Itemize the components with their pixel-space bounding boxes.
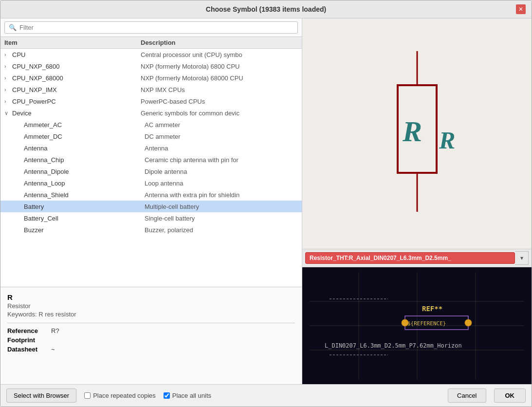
item-name-cpu: CPU — [12, 51, 141, 58]
pcb-preview: REF** ${REFERENCE} L_DIN0207_L6.3mm_D2.5… — [302, 267, 532, 384]
info-props: Reference R? Footprint Datasheet ~ — [7, 327, 295, 353]
item-name-antenna_chip: Antenna_Chip — [24, 156, 145, 164]
tree-item-cpu[interactable]: ›CPUCentral processor unit (CPU) symbo — [0, 49, 302, 60]
select-with-browser-button[interactable]: Select with Browser — [6, 388, 76, 403]
tree-item-cpu_nxp_68000[interactable]: ›CPU_NXP_68000NXP (formerly Motorola) 68… — [0, 72, 302, 84]
search-icon: 🔍 — [9, 24, 17, 31]
resistor-symbol: R R — [349, 46, 485, 222]
item-name-antenna_shield: Antenna_Shield — [24, 191, 145, 199]
item-name-cpu_nxp_68000: CPU_NXP_68000 — [12, 74, 141, 82]
footprint-input[interactable] — [305, 252, 515, 264]
item-desc-antenna_shield: Antenna with extra pin for shieldin — [145, 191, 298, 199]
symbol-keywords: Keywords: R res resistor — [7, 311, 295, 318]
tree-item-battery_cell[interactable]: Battery_CellSingle-cell battery — [0, 212, 302, 224]
expander-cpu_nxp_imx: › — [4, 87, 12, 92]
tree-item-battery[interactable]: BatteryMultiple-cell battery — [0, 201, 302, 212]
tree-item-cpu_powerpc[interactable]: ›CPU_PowerPCPowerPC-based CPUs — [0, 95, 302, 107]
item-desc-cpu_powerpc: PowerPC-based CPUs — [141, 98, 298, 105]
item-desc-cpu_nxp_68000: NXP (formerly Motorola) 68000 CPU — [141, 74, 298, 82]
item-name-cpu_nxp_imx: CPU_NXP_IMX — [12, 86, 141, 93]
tree-item-cpu_nxp_6800[interactable]: ›CPU_NXP_6800NXP (formerly Motorola) 680… — [0, 60, 302, 72]
repeated-copies-checkbox[interactable] — [84, 392, 91, 399]
item-desc-device: Generic symbols for common devic — [141, 110, 298, 117]
item-name-antenna_loop: Antenna_Loop — [24, 180, 145, 187]
footprint-label: Footprint — [7, 336, 51, 344]
item-desc-battery: Multiple-cell battery — [145, 203, 298, 210]
all-units-label: Place all units — [172, 392, 211, 399]
item-desc-cpu_nxp_6800: NXP (formerly Motorola) 6800 CPU — [141, 63, 298, 70]
prop-footprint: Footprint — [7, 336, 295, 344]
item-name-buzzer: Buzzer — [24, 226, 145, 234]
item-desc-ammeter_ac: AC ammeter — [145, 121, 298, 129]
right-panel: R R ▾ — [302, 18, 532, 384]
col-item-header: Item — [4, 39, 141, 46]
expander-cpu_nxp_6800: › — [4, 63, 12, 69]
item-name-antenna: Antenna — [24, 145, 145, 152]
svg-text:L_DIN0207_L6.3mm_D2.5mm_P7.62m: L_DIN0207_L6.3mm_D2.5mm_P7.62mm_Horizon — [325, 342, 462, 349]
tree-item-buzzer[interactable]: BuzzerBuzzer, polarized — [0, 224, 302, 236]
tree-item-antenna[interactable]: AntennaAntenna — [0, 142, 302, 154]
item-desc-battery_cell: Single-cell battery — [145, 215, 298, 222]
ok-button[interactable]: OK — [494, 388, 526, 403]
datasheet-label: Datasheet — [7, 346, 51, 353]
repeated-copies-label: Place repeated copies — [93, 392, 156, 399]
tree-item-antenna_chip[interactable]: Antenna_ChipCeramic chip antenna with pi… — [0, 154, 302, 166]
svg-text:REF**: REF** — [422, 305, 442, 313]
prop-reference: Reference R? — [7, 327, 295, 334]
reference-value: R? — [51, 327, 59, 334]
col-desc-header: Description — [141, 39, 298, 46]
item-name-battery_cell: Battery_Cell — [24, 215, 145, 222]
item-desc-buzzer: Buzzer, polarized — [145, 226, 298, 234]
filter-input-wrap: 🔍 — [4, 21, 298, 34]
expander-cpu: › — [4, 52, 12, 57]
item-desc-ammeter_dc: DC ammeter — [145, 133, 298, 140]
item-name-ammeter_ac: Ammeter_AC — [24, 121, 145, 129]
item-desc-antenna_chip: Ceramic chip antenna with pin for — [145, 156, 298, 164]
tree-item-antenna_dipole[interactable]: Antenna_DipoleDipole antenna — [0, 166, 302, 177]
item-desc-antenna_loop: Loop antenna — [145, 180, 298, 187]
tree-item-cpu_nxp_imx[interactable]: ›CPU_NXP_IMXNXP IMX CPUs — [0, 84, 302, 95]
all-units-checkbox[interactable] — [164, 392, 170, 399]
info-divider — [7, 323, 295, 323]
item-name-cpu_nxp_6800: CPU_NXP_6800 — [12, 63, 141, 70]
dialog-title: Choose Symbol (19383 items loaded) — [16, 5, 516, 13]
cancel-button[interactable]: Cancel — [448, 388, 486, 403]
item-name-device: Device — [12, 110, 141, 117]
svg-point-15 — [402, 319, 408, 326]
all-units-wrap: Place all units — [164, 392, 211, 399]
symbol-description: Resistor — [7, 302, 295, 310]
svg-text:${REFERENCE}: ${REFERENCE} — [407, 320, 446, 327]
svg-text:R: R — [439, 127, 455, 154]
item-name-battery: Battery — [24, 203, 145, 210]
datasheet-value: ~ — [51, 346, 55, 353]
expander-cpu_nxp_68000: › — [4, 75, 12, 81]
reference-label: Reference — [7, 327, 51, 334]
close-button[interactable]: ✕ — [516, 4, 526, 14]
tree-item-ammeter_dc[interactable]: Ammeter_DCDC ammeter — [0, 130, 302, 142]
svg-text:R: R — [402, 115, 422, 148]
tree-list[interactable]: ›CPUCentral processor unit (CPU) symbo›C… — [0, 49, 302, 287]
tree-item-ammeter_ac[interactable]: Ammeter_ACAC ammeter — [0, 119, 302, 130]
footprint-bar: ▾ — [302, 249, 532, 267]
bottom-bar: Select with Browser Place repeated copie… — [0, 384, 532, 407]
item-desc-antenna: Antenna — [145, 145, 298, 152]
expander-device: ∨ — [4, 110, 12, 116]
title-bar: Choose Symbol (19383 items loaded) ✕ — [0, 0, 532, 18]
tree-item-antenna_loop[interactable]: Antenna_LoopLoop antenna — [0, 177, 302, 189]
item-name-antenna_dipole: Antenna_Dipole — [24, 168, 145, 175]
dialog-window: Choose Symbol (19383 items loaded) ✕ 🔍 I… — [0, 0, 532, 407]
tree-item-antenna_shield[interactable]: Antenna_ShieldAntenna with extra pin for… — [0, 189, 302, 201]
filter-input[interactable] — [19, 24, 294, 31]
item-desc-antenna_dipole: Dipole antenna — [145, 168, 298, 175]
info-panel: R Resistor Keywords: R res resistor Refe… — [0, 287, 302, 384]
left-panel: 🔍 Item Description ›CPUCentral processor… — [0, 18, 302, 384]
symbol-preview: R R — [302, 18, 532, 249]
prop-datasheet: Datasheet ~ — [7, 346, 295, 353]
svg-point-16 — [465, 319, 472, 326]
item-name-cpu_powerpc: CPU_PowerPC — [12, 98, 141, 105]
item-desc-cpu_nxp_imx: NXP IMX CPUs — [141, 86, 298, 93]
repeated-copies-wrap: Place repeated copies — [84, 392, 156, 399]
tree-item-device[interactable]: ∨DeviceGeneric symbols for common devic — [0, 107, 302, 119]
main-area: 🔍 Item Description ›CPUCentral processor… — [0, 18, 532, 384]
footprint-dropdown-button[interactable]: ▾ — [515, 251, 529, 265]
